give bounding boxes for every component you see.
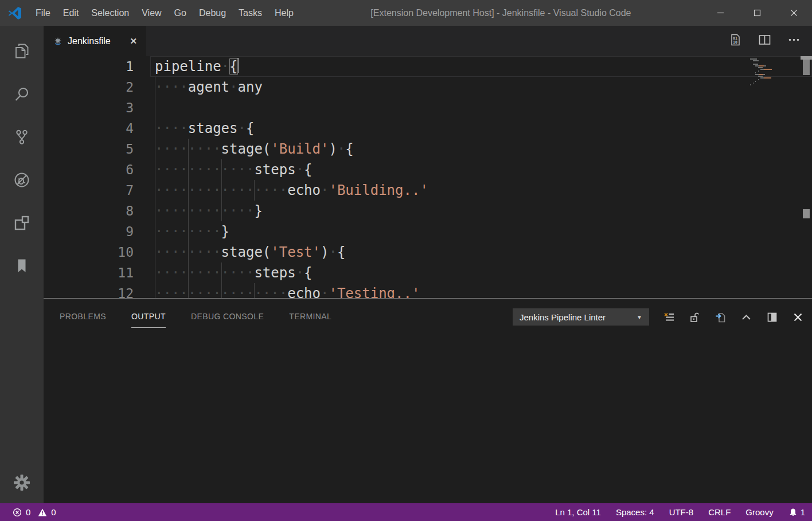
minimap-line	[750, 67, 799, 68]
notifications-bell[interactable]: 1	[788, 507, 805, 517]
minimap-line	[750, 64, 799, 65]
scrollbar-thumb[interactable]	[803, 60, 810, 75]
split-editor-icon[interactable]	[758, 33, 771, 49]
minimize-icon[interactable]	[702, 0, 739, 26]
string-token: 'Building..'	[329, 182, 428, 198]
tab-jenkinsfile[interactable]: Jenkinsfile ✕	[44, 26, 146, 56]
code-line-11[interactable]: 11············steps·{	[44, 263, 812, 283]
whitespace-dots: ····	[155, 79, 188, 95]
code-lines: 1pipeline·{2····agent·any34····stages·{5…	[44, 56, 812, 298]
explorer-icon[interactable]	[0, 29, 44, 72]
minimap-line	[750, 65, 799, 66]
minimap-line	[750, 69, 799, 70]
code-line-1[interactable]: 1pipeline·{	[44, 56, 812, 77]
string-token: 'Test'	[271, 244, 321, 260]
main-area: Jenkinsfile ✕ 01 10	[0, 26, 812, 503]
menu-item-debug[interactable]: Debug	[193, 0, 232, 26]
search-icon[interactable]	[0, 72, 44, 115]
whitespace-dots: ·	[221, 58, 229, 75]
status-item-groovy[interactable]: Groovy	[745, 507, 773, 517]
extensions-icon[interactable]	[0, 201, 44, 244]
minimap-line	[750, 72, 799, 73]
line-number: 9	[44, 221, 134, 242]
chevron-down-icon: ▼	[637, 314, 642, 320]
code-token: {	[345, 141, 353, 157]
status-item-ln-1-col-11[interactable]: Ln 1, Col 11	[555, 507, 601, 517]
code-text: ········stage('Build')·{	[155, 139, 354, 159]
minimap[interactable]	[750, 58, 799, 86]
line-number: 3	[44, 97, 134, 118]
code-line-8[interactable]: 8············}	[44, 201, 812, 221]
code-line-5[interactable]: 5········stage('Build')·{	[44, 139, 812, 159]
status-item-crlf[interactable]: CRLF	[708, 507, 731, 517]
menu-bar: FileEditSelectionViewGoDebugTasksHelp	[29, 0, 300, 26]
indent-guide	[155, 97, 155, 118]
menu-item-help[interactable]: Help	[268, 0, 300, 26]
minimap-line	[750, 70, 799, 72]
menu-item-edit[interactable]: Edit	[57, 0, 85, 26]
warning-icon	[38, 508, 47, 517]
code-line-6[interactable]: 6············steps·{	[44, 159, 812, 180]
line-number: 7	[44, 180, 134, 201]
code-token: {	[246, 120, 254, 136]
code-line-3[interactable]: 3	[44, 97, 812, 118]
code-text: pipeline·{	[155, 56, 239, 77]
bookmarks-icon[interactable]	[0, 244, 44, 287]
minimap-line	[750, 81, 799, 82]
code-token: stage(	[221, 141, 271, 157]
more-actions-icon[interactable]	[787, 33, 801, 49]
menu-item-go[interactable]: Go	[168, 0, 193, 26]
scroll-lock-icon[interactable]	[689, 311, 701, 323]
clear-output-icon[interactable]	[663, 311, 675, 323]
status-bar-right: Ln 1, Col 11Spaces: 4UTF-8CRLFGroovy 1	[555, 507, 805, 517]
code-editor[interactable]: 1pipeline·{2····agent·any34····stages·{5…	[44, 56, 812, 299]
whitespace-dots: ····	[155, 120, 188, 136]
open-output-in-editor-icon[interactable]	[715, 311, 727, 323]
output-channel-select[interactable]: Jenkins Pipeline Linter ▼	[513, 308, 649, 326]
settings-gear-icon[interactable]	[0, 462, 44, 503]
source-control-icon[interactable]	[0, 115, 44, 158]
validate-jenkinsfile-icon[interactable]: 01 10	[729, 33, 742, 49]
tab-close-icon[interactable]: ✕	[127, 35, 139, 48]
status-item-utf-8[interactable]: UTF-8	[669, 507, 694, 517]
code-text: ················echo·'Testing..'	[155, 283, 420, 299]
code-line-10[interactable]: 10········stage('Test')·{	[44, 242, 812, 263]
maximize-icon[interactable]	[739, 0, 775, 26]
close-icon[interactable]	[775, 0, 812, 26]
code-line-2[interactable]: 2····agent·any	[44, 77, 812, 97]
menu-item-file[interactable]: File	[29, 0, 57, 26]
menu-item-selection[interactable]: Selection	[85, 0, 135, 26]
code-text: ············steps·{	[155, 159, 313, 180]
whitespace-dots: ············	[155, 265, 254, 281]
code-token: {	[304, 265, 312, 281]
panel-tab-debug-console[interactable]: DEBUG CONSOLE	[191, 312, 264, 322]
code-token: {	[304, 162, 312, 178]
panel-layout-icon[interactable]	[766, 311, 778, 323]
whitespace-dots: ·	[329, 244, 337, 260]
code-line-7[interactable]: 7················echo·'Building..'	[44, 180, 812, 201]
debug-disabled-icon[interactable]	[0, 158, 44, 201]
menu-item-view[interactable]: View	[135, 0, 167, 26]
problems-status[interactable]: 0 0	[7, 507, 56, 517]
status-item-spaces-4[interactable]: Spaces: 4	[616, 507, 654, 517]
panel-tab-output[interactable]: OUTPUT	[131, 312, 166, 322]
panel-tab-terminal[interactable]: TERMINAL	[289, 312, 331, 322]
maximize-panel-icon[interactable]	[740, 311, 752, 323]
code-text: ············steps·{	[155, 263, 313, 283]
code-line-4[interactable]: 4····stages·{	[44, 118, 812, 139]
editor-scrollbar[interactable]	[801, 56, 812, 298]
code-token: stage(	[221, 244, 271, 260]
close-panel-icon[interactable]	[792, 311, 804, 323]
code-text: ············}	[155, 201, 263, 221]
code-line-12[interactable]: 12················echo·'Testing..'	[44, 283, 812, 299]
string-token: 'Testing..'	[329, 285, 420, 299]
output-panel-content[interactable]	[44, 335, 812, 503]
panel-tab-problems[interactable]: PROBLEMS	[60, 312, 106, 322]
whitespace-dots: ········	[155, 244, 221, 260]
code-token: stages	[188, 120, 238, 136]
bell-icon	[788, 508, 798, 517]
menu-item-tasks[interactable]: Tasks	[232, 0, 268, 26]
code-line-9[interactable]: 9········}	[44, 221, 812, 242]
whitespace-dots: ················	[155, 182, 287, 198]
whitespace-dots: ·	[337, 141, 345, 157]
